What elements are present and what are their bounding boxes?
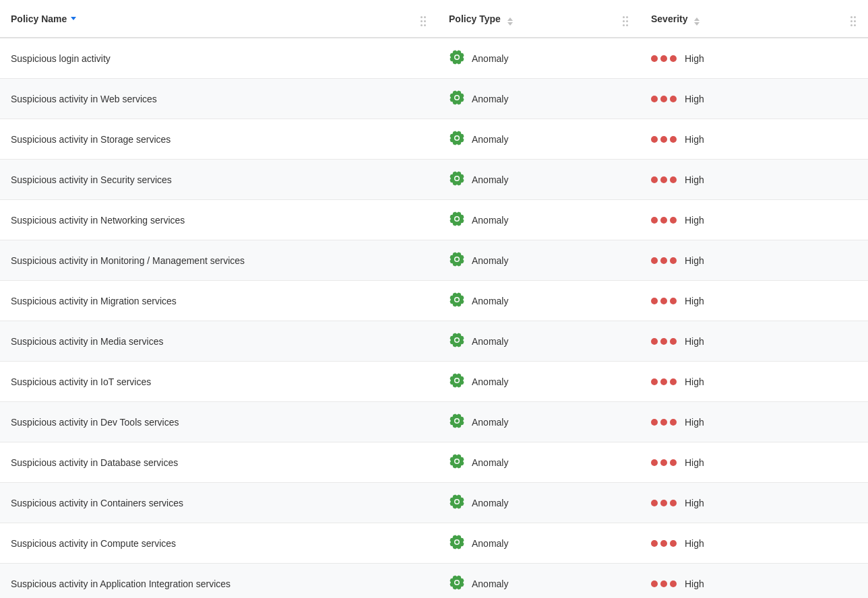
- anomaly-icon: [449, 413, 465, 431]
- sort-down-icon[interactable]: [71, 17, 76, 20]
- table-row[interactable]: Suspicious activity in Application Integ…: [0, 564, 868, 599]
- policy-type-text: Anomaly: [472, 215, 508, 226]
- severity-text: High: [685, 376, 704, 387]
- sort-both-icon-severity[interactable]: [691, 12, 700, 26]
- severity-text: High: [685, 296, 704, 306]
- column-drag-handle[interactable]: [419, 9, 427, 28]
- severity-dot-1: [651, 136, 658, 143]
- anomaly-icon: [449, 574, 465, 593]
- column-header-policy-type[interactable]: Policy Type: [438, 0, 640, 38]
- severity-dot-3: [670, 580, 677, 587]
- table-row[interactable]: Suspicious activity in Dev Tools service…: [0, 402, 868, 442]
- svg-point-23: [456, 500, 459, 504]
- table-row[interactable]: Suspicious activity in Web services Anom…: [0, 79, 868, 119]
- policy-type-cell: Anomaly: [438, 38, 640, 79]
- policy-type-text: Anomaly: [472, 336, 508, 347]
- severity-dot-1: [651, 540, 658, 547]
- severity-dot-2: [660, 338, 667, 345]
- severity-text: High: [685, 578, 704, 589]
- severity-text: High: [685, 174, 704, 185]
- sort-both-icon[interactable]: [505, 12, 513, 26]
- table-row[interactable]: Suspicious login activity Anomaly High: [0, 38, 868, 79]
- policy-type-text: Anomaly: [472, 53, 508, 64]
- severity-dot-3: [670, 257, 677, 264]
- severity-text: High: [685, 134, 704, 145]
- table-row[interactable]: Suspicious activity in IoT services Anom…: [0, 362, 868, 402]
- policy-name-cell: Suspicious activity in Monitoring / Mana…: [0, 240, 438, 281]
- policy-name-cell: Suspicious activity in Dev Tools service…: [0, 402, 438, 442]
- table-row[interactable]: Suspicious activity in Containers servic…: [0, 483, 868, 523]
- table-row[interactable]: Suspicious activity in Compute services …: [0, 523, 868, 564]
- severity-dot-3: [670, 419, 677, 426]
- severity-dot-3: [670, 298, 677, 304]
- severity-dots: [651, 176, 677, 183]
- severity-dot-3: [670, 500, 677, 506]
- severity-dot-2: [660, 459, 667, 466]
- policy-name-cell: Suspicious activity in Media services: [0, 321, 438, 362]
- severity-cell: High: [640, 564, 868, 599]
- severity-dots: [651, 419, 677, 426]
- svg-point-15: [456, 339, 459, 342]
- severity-dot-3: [670, 338, 677, 345]
- severity-dot-2: [660, 217, 667, 224]
- policy-type-cell: Anomaly: [438, 362, 640, 402]
- severity-cell: High: [640, 523, 868, 564]
- policy-type-cell: Anomaly: [438, 200, 640, 240]
- severity-text: High: [685, 255, 704, 266]
- severity-dot-3: [670, 459, 677, 466]
- policy-type-cell: Anomaly: [438, 564, 640, 599]
- severity-dot-2: [660, 176, 667, 183]
- policy-type-text: Anomaly: [472, 376, 508, 387]
- severity-dot-2: [660, 580, 667, 587]
- table-row[interactable]: Suspicious activity in Networking servic…: [0, 200, 868, 240]
- anomaly-icon: [449, 211, 465, 229]
- anomaly-icon: [449, 292, 465, 310]
- severity-cell: High: [640, 281, 868, 321]
- table-row[interactable]: Suspicious activity in Security services…: [0, 160, 868, 200]
- column-header-policy-name[interactable]: Policy Name: [0, 0, 438, 38]
- severity-text: High: [685, 498, 704, 508]
- table-row[interactable]: Suspicious activity in Storage services …: [0, 119, 868, 160]
- column-drag-handle-3[interactable]: [849, 9, 857, 28]
- column-drag-handle-2[interactable]: [621, 9, 629, 28]
- policy-type-cell: Anomaly: [438, 160, 640, 200]
- policy-type-text: Anomaly: [472, 94, 508, 104]
- severity-dots: [651, 338, 677, 345]
- severity-dot-1: [651, 378, 658, 385]
- severity-dot-1: [651, 500, 658, 506]
- table-row[interactable]: Suspicious activity in Database services…: [0, 442, 868, 483]
- policy-name-text: Suspicious activity in Compute services: [11, 538, 176, 549]
- table-row[interactable]: Suspicious activity in Media services An…: [0, 321, 868, 362]
- anomaly-icon: [449, 534, 465, 552]
- severity-text: High: [685, 417, 704, 428]
- severity-text: High: [685, 457, 704, 468]
- table-row[interactable]: Suspicious activity in Monitoring / Mana…: [0, 240, 868, 281]
- anomaly-icon: [449, 49, 465, 67]
- severity-dot-2: [660, 298, 667, 304]
- column-header-severity[interactable]: Severity: [640, 0, 868, 38]
- severity-cell: High: [640, 362, 868, 402]
- policy-name-text: Suspicious activity in Dev Tools service…: [11, 417, 179, 428]
- svg-point-9: [456, 218, 459, 221]
- severity-dot-3: [670, 176, 677, 183]
- svg-point-19: [456, 420, 459, 423]
- policy-name-text: Suspicious activity in Containers servic…: [11, 498, 183, 508]
- anomaly-icon: [449, 251, 465, 269]
- table-header-row: Policy Name: [0, 0, 868, 38]
- policy-name-text: Suspicious activity in Database services: [11, 457, 178, 468]
- severity-dot-2: [660, 96, 667, 102]
- svg-point-3: [456, 96, 459, 100]
- anomaly-icon: [449, 130, 465, 148]
- severity-cell: High: [640, 38, 868, 79]
- severity-dots: [651, 55, 677, 62]
- severity-dots: [651, 96, 677, 102]
- severity-cell: High: [640, 79, 868, 119]
- severity-cell: High: [640, 483, 868, 523]
- policy-type-cell: Anomaly: [438, 281, 640, 321]
- policy-type-cell: Anomaly: [438, 523, 640, 564]
- severity-text: High: [685, 538, 704, 549]
- policy-type-cell: Anomaly: [438, 442, 640, 483]
- severity-text: High: [685, 336, 704, 347]
- policy-name-cell: Suspicious activity in Application Integ…: [0, 564, 438, 599]
- table-row[interactable]: Suspicious activity in Migration service…: [0, 281, 868, 321]
